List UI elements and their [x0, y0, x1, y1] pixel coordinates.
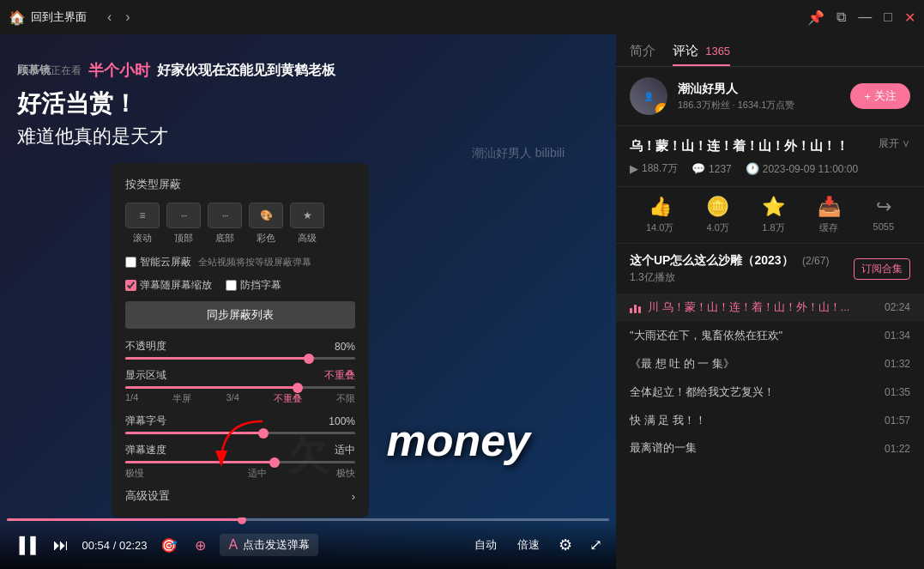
speed-button[interactable]: 倍速 — [512, 536, 545, 554]
opacity-track[interactable] — [125, 357, 355, 360]
opacity-fill — [125, 357, 309, 360]
playlist-item[interactable]: 全体起立！都给我文艺复兴！ 01:35 — [616, 378, 924, 407]
scroll-icon: ≡ — [125, 203, 160, 228]
bottom-icon: ··· — [208, 203, 242, 228]
scroll-label: 滚动 — [133, 232, 152, 245]
danmu-toggle-btn1[interactable]: 🎯 — [157, 534, 181, 557]
random-play-checkbox[interactable] — [125, 280, 136, 291]
speed-value: 适中 — [335, 443, 355, 457]
playlist-item[interactable]: 快 满 足 我！！ 01:57 — [616, 407, 924, 435]
pin-icon[interactable]: 📌 — [807, 9, 824, 26]
playlist-item-title: 全体起立！都给我文艺复兴！ — [630, 385, 878, 400]
video-info: 乌！蒙！山！连！着！山！外！山！！ 展开 ∨ ▶ 188.7万 💬 1237 🕐… — [616, 126, 924, 187]
tab-comments[interactable]: 评论 1365 — [673, 43, 730, 66]
bili-watermark: 潮汕好男人 bilibili — [472, 146, 565, 161]
display-area-track[interactable] — [125, 386, 355, 389]
coin-action[interactable]: 🪙 4.0万 — [706, 196, 729, 234]
maximize-icon[interactable]: □ — [884, 9, 892, 25]
watching-label: 顾慕镜正在看 — [17, 63, 82, 78]
playlist-item-title: 《最 想 吐 的 一 集》 — [630, 357, 878, 372]
playing-indicator — [630, 301, 641, 313]
type-advanced[interactable]: ★ 高级 — [290, 203, 324, 245]
copy-icon[interactable]: ⧉ — [836, 9, 846, 25]
playlist-title: 这个UP怎么这么沙雕（2023） — [630, 253, 794, 267]
type-top[interactable]: ··· 顶部 — [166, 203, 201, 245]
clock-icon: 🕐 — [746, 162, 759, 175]
random-play-row: 弹幕随屏幕缩放 防挡字幕 — [125, 278, 355, 293]
top-label: 顶部 — [174, 232, 193, 245]
close-icon[interactable]: ✕ — [904, 9, 915, 26]
font-size-thumb[interactable] — [258, 428, 269, 439]
speed-track[interactable] — [125, 461, 355, 463]
expand-button[interactable]: 展开 ∨ — [879, 136, 910, 151]
panel-title: 按类型屏蔽 — [125, 177, 355, 192]
advanced-settings[interactable]: 高级设置 › — [125, 488, 355, 504]
play-pause-button[interactable]: ▐▐ — [10, 533, 39, 558]
smart-block-label[interactable]: 智能云屏蔽 — [125, 255, 191, 269]
display-area-row: 显示区域 不重叠 1/4 半屏 3/4 不重叠 不限 — [125, 368, 355, 405]
like-count: 14.0万 — [646, 221, 673, 234]
settings-button[interactable]: ⚙ — [555, 532, 576, 558]
home-label: 回到主界面 — [31, 9, 87, 25]
cache-action[interactable]: 📥 缓存 — [818, 196, 841, 234]
speed-thumb[interactable] — [269, 457, 280, 468]
playlist-item[interactable]: 最离谱的一集 01:22 — [616, 434, 924, 463]
nav-back-button[interactable]: ‹ — [102, 6, 117, 28]
view-icon: ▶ — [630, 162, 638, 175]
speed-row: 弹幕速度 适中 极慢 适中 极快 — [125, 443, 355, 480]
sync-list-button[interactable]: 同步屏蔽列表 — [125, 301, 355, 329]
playlist-item-duration: 01:35 — [885, 386, 910, 398]
fullscreen-button[interactable]: ⤢ — [586, 532, 606, 558]
like-action[interactable]: 👍 14.0万 — [646, 196, 673, 234]
playlist-item-duration: 01:57 — [885, 415, 910, 427]
playlist-item[interactable]: "大雨还在下，鬼畜依然在狂欢" 01:34 — [616, 322, 924, 350]
up-meta: 潮汕好男人 186.3万粉丝 · 1634.1万点赞 — [678, 82, 840, 112]
playlist-item-title: 川 乌！蒙！山！连！着！山！外！山！... — [648, 300, 878, 315]
comment-meta: 💬 1237 — [691, 162, 732, 175]
follow-button[interactable]: + 关注 — [850, 83, 910, 109]
speed-mid: 适中 — [248, 467, 267, 480]
subscribe-button[interactable]: 订阅合集 — [854, 258, 910, 280]
playlist-item-duration: 01:34 — [885, 330, 910, 342]
area-unlimited: 不限 — [336, 392, 355, 405]
area-half: 半屏 — [172, 392, 191, 405]
font-size-fill — [125, 432, 263, 434]
playlist-item[interactable]: 《最 想 吐 的 一 集》 01:32 — [616, 350, 924, 378]
playlist-item-duration: 01:32 — [885, 358, 910, 370]
type-scroll[interactable]: ≡ 滚动 — [125, 203, 160, 245]
type-bottom[interactable]: ··· 底部 — [208, 203, 242, 245]
time-current: 00:54 — [82, 539, 111, 552]
random-play-label[interactable]: 弹幕随屏幕缩放 — [125, 278, 212, 293]
block-sub-label[interactable]: 防挡字幕 — [226, 278, 281, 293]
danmu-pink: 半个小时 — [88, 60, 150, 81]
panel-tabs: 简介 评论 1365 — [616, 34, 924, 67]
font-size-track[interactable] — [125, 432, 355, 434]
auto-button[interactable]: 自动 — [469, 536, 502, 554]
nav-forward-button[interactable]: › — [120, 6, 135, 28]
playlist-header: 这个UP怎么这么沙雕（2023） (2/67) 1.3亿播放 订阅合集 — [616, 244, 924, 294]
star-action[interactable]: ⭐ 1.8万 — [762, 196, 785, 234]
tab-intro[interactable]: 简介 — [630, 43, 655, 66]
display-area-thumb[interactable] — [293, 383, 303, 393]
danmu-top: 顾慕镜正在看 半个小时 好家伙现在还能见到黄鹤老板 — [17, 60, 599, 81]
minimize-icon[interactable]: — — [858, 9, 872, 25]
opacity-thumb[interactable] — [304, 354, 314, 364]
smart-block-checkbox[interactable] — [125, 257, 136, 268]
playlist-header-left: 这个UP怎么这么沙雕（2023） (2/67) 1.3亿播放 — [630, 252, 829, 285]
display-area-labels: 1/4 半屏 3/4 不重叠 不限 — [125, 392, 355, 405]
share-action[interactable]: ↪ 5055 — [873, 196, 894, 234]
coin-count: 4.0万 — [706, 221, 728, 234]
opacity-label-row: 不透明度 80% — [125, 339, 355, 354]
danmu-toggle-btn2[interactable]: ⊕ — [191, 534, 209, 557]
next-button[interactable]: ⏭ — [50, 533, 72, 558]
playlist-item[interactable]: 川 乌！蒙！山！连！着！山！外！山！... 02:24 — [616, 294, 924, 322]
home-button[interactable]: 🏠 回到主界面 — [9, 9, 87, 26]
time-meta: 🕐 2023-09-09 11:00:00 — [746, 162, 858, 175]
top-icon: ··· — [166, 203, 201, 228]
type-color[interactable]: 🎨 彩色 — [249, 203, 283, 245]
danmu-input-area[interactable]: A 点击发送弹幕 — [220, 534, 318, 556]
color-icon: 🎨 — [249, 203, 283, 228]
up-info: 👤 🟡 潮汕好男人 186.3万粉丝 · 1634.1万点赞 + 关注 — [616, 67, 924, 126]
block-sub-checkbox[interactable] — [226, 280, 237, 291]
color-label: 彩色 — [257, 232, 275, 245]
